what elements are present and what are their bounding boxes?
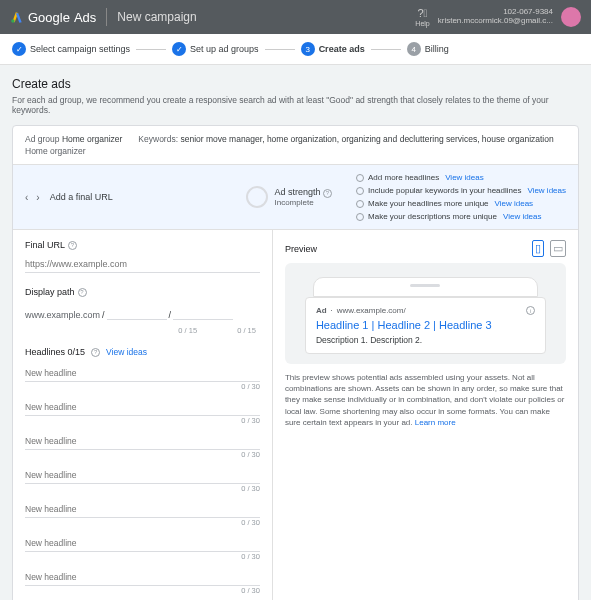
display-path-1-input[interactable]: [107, 303, 167, 320]
step-ad-groups[interactable]: ✓ Set up ad groups: [172, 42, 259, 56]
desktop-preview-button[interactable]: ▭: [550, 240, 566, 257]
circle-icon: [356, 213, 364, 221]
account-info[interactable]: 102-067-9384 kristen.mccormick.09@gmail.…: [438, 8, 553, 26]
char-count: 0 / 15: [178, 326, 197, 335]
display-path-2-input[interactable]: [173, 303, 233, 320]
topbar-divider: [106, 8, 107, 26]
headline-input[interactable]: [25, 399, 260, 416]
mobile-preview-button[interactable]: ▯: [532, 240, 544, 257]
strength-label: Ad strength: [274, 187, 320, 197]
char-count: 0 / 30: [25, 382, 260, 391]
strength-status: Incomplete: [274, 198, 332, 207]
phone-speaker-icon: [410, 284, 440, 287]
help-icon: ?⃝: [417, 7, 427, 19]
preview-note: This preview shows potential ads assembl…: [285, 372, 566, 428]
final-url-input[interactable]: [25, 256, 260, 273]
phone-frame-top: [313, 277, 538, 297]
stepper-line: [371, 49, 401, 50]
char-count: 0 / 30: [25, 484, 260, 493]
adgroup-name: Home organizer: [62, 134, 122, 144]
headline-input[interactable]: [25, 467, 260, 484]
stepper: ✓ Select campaign settings ✓ Set up ad g…: [0, 34, 591, 65]
ad-preview-card: Ad · www.example.com/ i Headline 1 | Hea…: [305, 297, 546, 354]
suggestion-text: Make your descriptions more unique: [368, 212, 497, 221]
info-icon[interactable]: ?: [78, 288, 87, 297]
view-ideas-link[interactable]: View ideas: [445, 173, 484, 182]
ad-preview-description: Description 1. Description 2.: [316, 335, 535, 345]
char-count: 0 / 30: [25, 518, 260, 527]
headline-input[interactable]: [25, 569, 260, 586]
headline-input[interactable]: [25, 365, 260, 382]
step-billing[interactable]: 4 Billing: [407, 42, 449, 56]
suggestion-row: Make your descriptions more uniqueView i…: [356, 212, 566, 221]
keywords-list: senior move manager, home organization, …: [180, 134, 553, 144]
circle-icon: [356, 174, 364, 182]
headline-input[interactable]: [25, 535, 260, 552]
prev-ad-button[interactable]: ‹: [25, 192, 28, 203]
check-icon: ✓: [12, 42, 26, 56]
view-ideas-link[interactable]: View ideas: [106, 347, 147, 357]
check-icon: ✓: [172, 42, 186, 56]
final-url-label: Final URL: [25, 240, 65, 250]
display-path-label: Display path: [25, 287, 75, 297]
suggestion-text: Add more headlines: [368, 173, 439, 182]
stepper-line: [136, 49, 166, 50]
step-label: Select campaign settings: [30, 44, 130, 54]
adgroup-header: Ad group Home organizer Home organizer K…: [13, 126, 578, 165]
headline-input[interactable]: [25, 433, 260, 450]
add-final-url-text: Add a final URL: [50, 192, 113, 202]
info-icon[interactable]: ?: [68, 241, 77, 250]
step-number: 4: [407, 42, 421, 56]
avatar[interactable]: [561, 7, 581, 27]
help-label: Help: [415, 20, 429, 27]
ad-panel: Ad group Home organizer Home organizer K…: [12, 125, 579, 600]
learn-more-link[interactable]: Learn more: [415, 418, 456, 427]
step-create-ads[interactable]: 3 Create ads: [301, 42, 365, 56]
strength-gauge-icon: [246, 186, 268, 208]
suggestion-row: Make your headlines more uniqueView idea…: [356, 199, 566, 208]
step-number: 3: [301, 42, 315, 56]
page-title: New campaign: [117, 10, 196, 24]
stepper-line: [265, 49, 295, 50]
step-label: Billing: [425, 44, 449, 54]
headline-input[interactable]: [25, 501, 260, 518]
char-count: 0 / 15: [237, 326, 256, 335]
keywords-label: Keywords:: [138, 134, 178, 144]
headlines-label: Headlines 0/15: [25, 347, 85, 357]
circle-icon: [356, 187, 364, 195]
view-ideas-link[interactable]: View ideas: [503, 212, 542, 221]
account-email: kristen.mccormick.09@gmail.c...: [438, 17, 553, 26]
view-ideas-link[interactable]: View ideas: [495, 199, 534, 208]
char-count: 0 / 30: [25, 416, 260, 425]
help-button[interactable]: ?⃝ Help: [415, 7, 429, 27]
top-bar: Google Ads New campaign ?⃝ Help 102-067-…: [0, 0, 591, 34]
info-icon[interactable]: ?: [91, 348, 100, 357]
form-column: Final URL? Display path? www.example.com…: [13, 230, 273, 600]
next-ad-button[interactable]: ›: [36, 192, 39, 203]
view-ideas-link[interactable]: View ideas: [527, 186, 566, 195]
display-base: www.example.com: [25, 310, 100, 320]
char-count: 0 / 30: [25, 552, 260, 561]
ads-logo-icon: [10, 10, 24, 24]
info-icon[interactable]: i: [526, 306, 535, 315]
dot-separator: ·: [331, 306, 333, 315]
brand-ads: Ads: [74, 10, 96, 25]
suggestion-row: Include popular keywords in your headlin…: [356, 186, 566, 195]
step-label: Create ads: [319, 44, 365, 54]
step-label: Set up ad groups: [190, 44, 259, 54]
adgroup-path: Home organizer: [25, 146, 122, 156]
section-title: Create ads: [12, 77, 579, 91]
step-campaign-settings[interactable]: ✓ Select campaign settings: [12, 42, 130, 56]
ad-preview-headlines: Headline 1 | Headline 2 | Headline 3: [316, 319, 535, 331]
adgroup-label: Ad group: [25, 134, 60, 144]
info-icon[interactable]: ?: [323, 189, 332, 198]
slash: /: [169, 310, 172, 320]
ad-preview-url: www.example.com/: [337, 306, 406, 315]
char-count: 0 / 30: [25, 450, 260, 459]
char-count: 0 / 30: [25, 586, 260, 595]
suggestion-text: Include popular keywords in your headlin…: [368, 186, 521, 195]
svg-point-0: [11, 19, 14, 23]
preview-column: Preview ▯ ▭ Ad · www.example.com/ i: [273, 230, 578, 600]
suggestion-row: Add more headlinesView ideas: [356, 173, 566, 182]
ad-tag: Ad: [316, 306, 327, 315]
